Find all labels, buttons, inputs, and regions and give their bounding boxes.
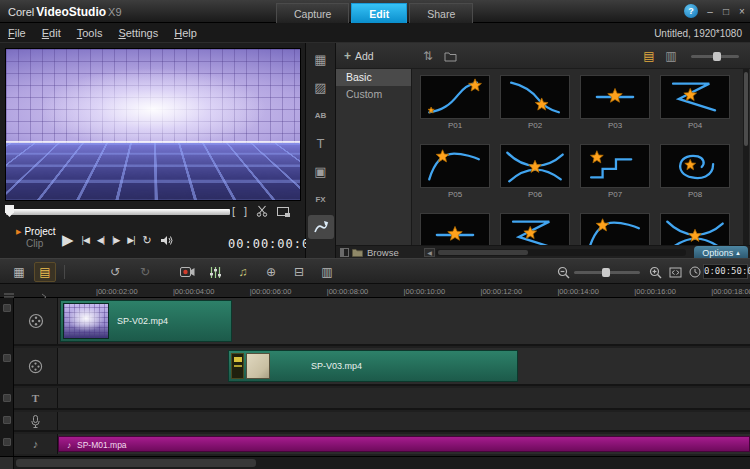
title-track-header[interactable]: T [14, 388, 58, 408]
music-track-body[interactable]: ♪ SP-M01.mpa [58, 434, 750, 454]
timecode-value[interactable]: 00:00:00:00 [228, 237, 318, 251]
timeline-view-button[interactable]: ▤ [34, 262, 56, 282]
timeline-zoom-slider[interactable] [574, 271, 640, 274]
motion-path-thumbnail[interactable] [660, 213, 730, 245]
home-button[interactable]: |◀ [82, 235, 89, 245]
timeline-clip-music[interactable]: ♪ SP-M01.mpa [58, 436, 750, 452]
sound-mixer-button[interactable] [204, 262, 226, 282]
mark-in-icon[interactable]: [ [232, 205, 235, 217]
library-item-p05[interactable]: P05 [417, 144, 493, 199]
motion-path-thumbnail[interactable] [420, 75, 490, 119]
undo-button[interactable]: ↺ [104, 262, 126, 282]
gallery-scrollbar-thumb[interactable] [744, 72, 748, 146]
library-item-partial[interactable] [417, 213, 493, 245]
overlay-track-header[interactable] [14, 348, 58, 384]
tab-capture[interactable]: Capture [276, 3, 349, 23]
motion-path-thumbnail[interactable] [500, 213, 570, 245]
tab-edit[interactable]: Edit [351, 3, 407, 23]
scroll-left-icon[interactable]: ◀ [424, 248, 435, 257]
timeline-hscrollbar-thumb[interactable] [16, 459, 256, 467]
ribbon-button[interactable] [3, 438, 11, 446]
motion-path-thumbnail[interactable] [580, 144, 650, 188]
library-item-p08[interactable]: P08 [657, 144, 733, 199]
library-item-p02[interactable]: P02 [497, 75, 573, 130]
timeline-clip-video[interactable]: SP-V02.mp4 [60, 300, 232, 342]
category-basic[interactable]: Basic [336, 69, 411, 86]
voice-track-header[interactable] [14, 412, 58, 430]
add-button[interactable]: + Add [344, 47, 374, 65]
thumbnail-size-slider[interactable] [691, 55, 739, 58]
timeline-ruler[interactable]: |00:00:02:00|00:00:04:00|00:00:06:00|00:… [0, 284, 750, 298]
media-library-icon[interactable]: ▦ [308, 47, 334, 71]
instant-project-icon[interactable]: ▨ [308, 75, 334, 99]
motion-path-thumbnail[interactable] [500, 75, 570, 119]
filter-icon[interactable]: FX [308, 187, 334, 211]
fit-project-icon[interactable] [664, 262, 686, 282]
previous-frame-button[interactable]: ◀| [97, 235, 104, 245]
library-item-p01[interactable]: P01 [417, 75, 493, 130]
video-track-header[interactable] [14, 298, 58, 344]
voice-track-body[interactable] [58, 412, 750, 430]
library-item-p06[interactable]: P06 [497, 144, 573, 199]
menu-help[interactable]: Help [174, 27, 197, 39]
music-track-header[interactable]: ♪ [14, 434, 58, 454]
ribbon-button[interactable] [3, 354, 11, 362]
subtitle-editor-button[interactable]: ⊟ [288, 262, 310, 282]
thumbnail-view-icon[interactable]: ▤ [641, 48, 657, 64]
repeat-button[interactable]: ↻ [143, 234, 152, 247]
menu-tools[interactable]: Tools [77, 27, 103, 39]
motion-tracking-button[interactable]: ⊕ [260, 262, 282, 282]
menu-settings[interactable]: Settings [118, 27, 158, 39]
end-button[interactable]: ▶| [127, 235, 134, 245]
ribbon-button[interactable] [3, 416, 11, 424]
timeline-hscrollbar[interactable] [0, 456, 750, 469]
motion-path-thumbnail[interactable] [580, 75, 650, 119]
minimize-button[interactable]: – [702, 4, 718, 19]
library-item-partial[interactable] [577, 213, 653, 245]
motion-path-thumbnail[interactable] [580, 213, 650, 245]
storyboard-view-button[interactable]: ▦ [8, 262, 30, 282]
ribbon-button[interactable] [3, 304, 11, 312]
mark-out-icon[interactable]: ] [244, 205, 247, 217]
timeline-clip-overlay[interactable]: SP-V03.mp4 [228, 350, 518, 382]
motion-path-icon[interactable] [308, 215, 334, 239]
gallery-hscrollbar-thumb[interactable] [438, 250, 528, 255]
project-mode-label[interactable]: Project [24, 226, 55, 237]
library-item-p07[interactable]: P07 [577, 144, 653, 199]
motion-path-thumbnail[interactable] [500, 144, 570, 188]
title-icon[interactable]: T [308, 131, 334, 155]
transition-icon[interactable]: AB [308, 103, 334, 127]
import-folder-icon[interactable] [442, 48, 458, 64]
scrubber-handle[interactable] [5, 205, 14, 217]
volume-icon[interactable] [160, 235, 173, 246]
library-item-partial[interactable] [657, 213, 733, 245]
menu-edit[interactable]: Edit [42, 27, 61, 39]
motion-path-thumbnail[interactable] [420, 213, 490, 245]
zoom-slider-thumb[interactable] [602, 268, 610, 277]
library-item-partial[interactable] [497, 213, 573, 245]
record-capture-button[interactable] [176, 262, 198, 282]
motion-path-thumbnail[interactable] [660, 75, 730, 119]
motion-path-thumbnail[interactable] [420, 144, 490, 188]
redo-button[interactable]: ↻ [134, 262, 156, 282]
preview-scrubber[interactable] [6, 209, 230, 215]
gallery-scrollbar[interactable] [743, 69, 749, 245]
video-preview[interactable] [5, 48, 301, 201]
split-clip-icon[interactable] [256, 205, 268, 217]
close-button[interactable]: × [734, 4, 750, 19]
enlarge-preview-icon[interactable] [277, 207, 289, 216]
menu-file[interactable]: File [8, 27, 26, 39]
sort-icon[interactable]: ⇅ [420, 48, 436, 64]
category-custom[interactable]: Custom [336, 86, 411, 103]
clip-mode-label[interactable]: Clip [26, 238, 56, 249]
gallery-hscrollbar[interactable] [436, 249, 686, 256]
title-track-body[interactable] [58, 388, 750, 408]
overlay-track-body[interactable]: SP-V03.mp4 [58, 348, 750, 384]
thumbnail-size-thumb[interactable] [713, 52, 721, 61]
panel-toggle-icon[interactable] [340, 248, 349, 257]
motion-path-thumbnail[interactable] [660, 144, 730, 188]
next-frame-button[interactable]: |▶ [112, 235, 119, 245]
play-button[interactable]: ▶ [62, 231, 74, 249]
video-track-body[interactable]: SP-V02.mp4 [58, 298, 750, 344]
auto-music-button[interactable]: ♫ [232, 262, 254, 282]
